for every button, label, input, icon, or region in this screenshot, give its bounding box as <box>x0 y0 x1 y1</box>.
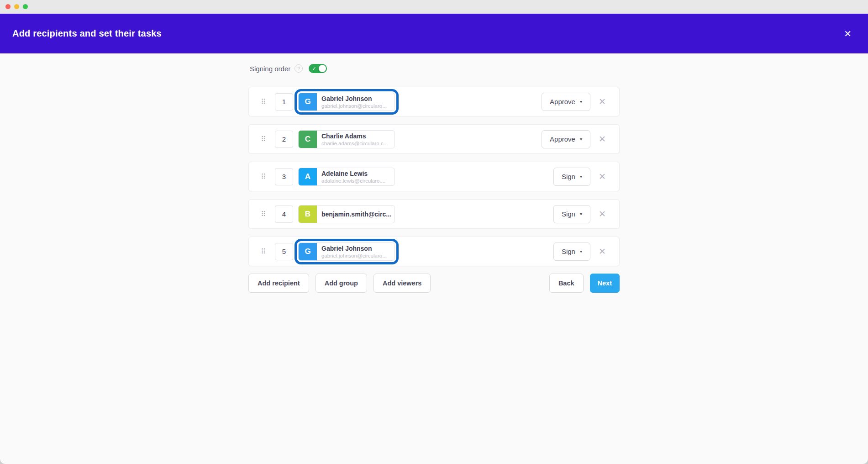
drag-handle-icon[interactable]: ⠿ <box>260 211 267 217</box>
recipient-name: Charlie Adams <box>321 132 388 140</box>
recipient-card[interactable]: A Adelaine Lewis adalaine.lewis@circular… <box>298 168 395 186</box>
dialog-title: Add recipients and set their tasks <box>12 28 162 39</box>
recipient-text: Gabriel Johnson gabriel.johnson@circular… <box>317 93 390 111</box>
dialog-header: Add recipients and set their tasks ✕ <box>0 14 868 53</box>
signing-order-label: Signing order <box>250 65 290 73</box>
task-dropdown[interactable]: Approve ▾ <box>542 93 590 111</box>
add-group-button[interactable]: Add group <box>316 274 367 293</box>
task-dropdown[interactable]: Sign ▾ <box>553 205 590 223</box>
footer-right-buttons: Back Next <box>549 274 620 293</box>
chevron-down-icon: ▾ <box>580 100 582 104</box>
chevron-down-icon: ▾ <box>580 174 582 179</box>
remove-recipient-icon[interactable]: ✕ <box>594 96 610 107</box>
chevron-down-icon: ▾ <box>580 212 582 216</box>
task-label: Approve <box>550 98 575 105</box>
avatar: B <box>299 206 317 223</box>
add-viewers-button[interactable]: Add viewers <box>374 274 431 293</box>
window-minimize-button[interactable] <box>14 4 19 9</box>
avatar: A <box>299 168 317 185</box>
recipient-card[interactable]: G Gabriel Johnson gabriel.johnson@circul… <box>298 93 395 111</box>
order-input[interactable]: 5 <box>275 243 293 260</box>
recipient-card[interactable]: C Charlie Adams charlie.adams@circularo.… <box>298 130 395 148</box>
dialog-window: Add recipients and set their tasks ✕ Sig… <box>0 0 868 464</box>
remove-recipient-icon[interactable]: ✕ <box>594 171 610 182</box>
recipient-row: ⠿ 5 G Gabriel Johnson gabriel.johnson@ci… <box>248 237 620 266</box>
order-input[interactable]: 2 <box>275 131 293 148</box>
recipient-name: Gabriel Johnson <box>321 245 387 252</box>
recipient-card[interactable]: G Gabriel Johnson gabriel.johnson@circul… <box>298 243 395 261</box>
recipient-name: Adelaine Lewis <box>321 170 385 177</box>
window-zoom-button[interactable] <box>23 4 28 9</box>
task-label: Approve <box>550 135 575 143</box>
back-button[interactable]: Back <box>549 274 584 293</box>
drag-handle-icon[interactable]: ⠿ <box>260 136 267 142</box>
recipient-email: gabriel.johnson@circularo... <box>321 253 387 258</box>
signing-order-row: Signing order ? ✓ <box>248 63 620 74</box>
task-label: Sign <box>562 248 575 255</box>
add-recipient-button[interactable]: Add recipient <box>248 274 309 293</box>
recipient-email: charlie.adams@circularo.c... <box>321 141 388 146</box>
recipient-name: benjamin.smith@circ... <box>321 211 391 218</box>
footer-left-buttons: Add recipient Add group Add viewers <box>248 274 431 293</box>
order-input[interactable]: 4 <box>275 206 293 223</box>
recipient-list: ⠿ 1 G Gabriel Johnson gabriel.johnson@ci… <box>248 87 620 266</box>
close-icon[interactable]: ✕ <box>841 27 854 40</box>
chevron-down-icon: ▾ <box>580 249 582 254</box>
recipient-row: ⠿ 1 G Gabriel Johnson gabriel.johnson@ci… <box>248 87 620 116</box>
check-icon: ✓ <box>312 65 316 72</box>
task-dropdown[interactable]: Sign ▾ <box>553 168 590 186</box>
dialog-content: Signing order ? ✓ ⠿ 1 G Gabriel Johnson … <box>248 63 620 293</box>
remove-recipient-icon[interactable]: ✕ <box>594 209 610 219</box>
avatar: G <box>299 243 317 260</box>
recipient-text: benjamin.smith@circ... <box>317 206 395 223</box>
dialog-footer: Add recipient Add group Add viewers Back… <box>248 274 620 293</box>
recipient-email: gabriel.johnson@circularo... <box>321 103 387 109</box>
recipient-row: ⠿ 2 C Charlie Adams charlie.adams@circul… <box>248 124 620 154</box>
recipient-row: ⠿ 4 B benjamin.smith@circ... Sign ▾ ✕ <box>248 199 620 229</box>
recipient-text: Adelaine Lewis adalaine.lewis@circularo.… <box>317 168 389 185</box>
task-label: Sign <box>562 173 575 180</box>
remove-recipient-icon[interactable]: ✕ <box>594 134 610 144</box>
avatar: G <box>299 93 317 111</box>
recipient-text: Charlie Adams charlie.adams@circularo.c.… <box>317 131 391 148</box>
recipient-card[interactable]: B benjamin.smith@circ... <box>298 205 395 223</box>
task-label: Sign <box>562 210 575 218</box>
recipient-email: adalaine.lewis@circularo.... <box>321 178 385 184</box>
recipient-name: Gabriel Johnson <box>321 95 387 102</box>
avatar: C <box>299 131 317 148</box>
toggle-knob <box>319 65 326 72</box>
next-button[interactable]: Next <box>590 274 620 293</box>
drag-handle-icon[interactable]: ⠿ <box>260 248 267 255</box>
task-dropdown[interactable]: Approve ▾ <box>542 130 590 148</box>
help-icon[interactable]: ? <box>295 64 303 73</box>
macos-titlebar <box>0 0 868 14</box>
recipient-text: Gabriel Johnson gabriel.johnson@circular… <box>317 243 390 260</box>
remove-recipient-icon[interactable]: ✕ <box>594 246 610 257</box>
signing-order-toggle[interactable]: ✓ <box>309 64 327 73</box>
order-input[interactable]: 3 <box>275 168 293 185</box>
drag-handle-icon[interactable]: ⠿ <box>260 173 267 180</box>
drag-handle-icon[interactable]: ⠿ <box>260 98 267 105</box>
task-dropdown[interactable]: Sign ▾ <box>553 243 590 261</box>
chevron-down-icon: ▾ <box>580 137 582 142</box>
order-input[interactable]: 1 <box>275 93 293 111</box>
window-close-button[interactable] <box>5 4 11 9</box>
recipient-row: ⠿ 3 A Adelaine Lewis adalaine.lewis@circ… <box>248 162 620 191</box>
